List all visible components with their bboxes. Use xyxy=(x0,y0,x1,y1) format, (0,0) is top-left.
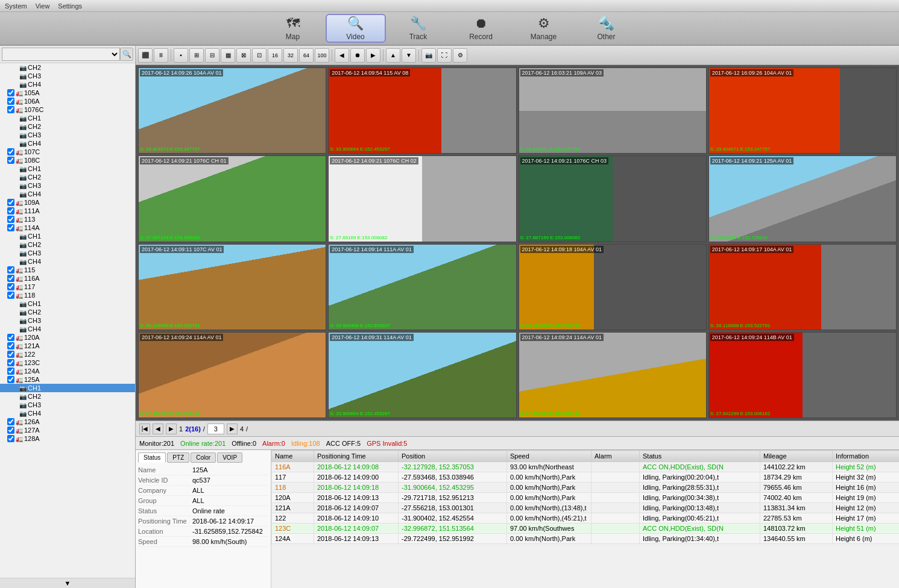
tree-check-118[interactable] xyxy=(7,292,14,299)
info-tab-ptz[interactable]: PTZ xyxy=(167,452,189,463)
tree-check-111a[interactable] xyxy=(7,207,14,214)
tree-item-128a[interactable]: 🚛128A xyxy=(0,434,135,443)
video-cell-11[interactable]: 2017-06-12 14:09:18 104A AV 01S: 28.1160… xyxy=(519,244,707,330)
tree-item-120a[interactable]: 🚛120A xyxy=(0,333,135,342)
prev-page-btn[interactable]: ◀ xyxy=(335,48,349,63)
tree-item-114a-ch4[interactable]: 📷CH4 xyxy=(0,257,135,266)
tree-item-114a[interactable]: 🚛114A xyxy=(0,224,135,232)
video-cell-9[interactable]: 2017-06-12 14:09:11 107C AV 01S: 28.1160… xyxy=(138,244,326,330)
table-row[interactable]: 116A2018-06-12 14:09:08-32.127928, 152.3… xyxy=(272,462,900,472)
scroll-arrow-down[interactable]: ▼ xyxy=(0,578,135,588)
video-cell-7[interactable]: 2017-06-12 14:09:21 1076C CH 03S: 27.687… xyxy=(519,155,707,242)
tree-item-1076c-ch1[interactable]: 📷CH1 xyxy=(0,114,135,122)
layout-4[interactable]: ⊞ xyxy=(189,48,204,63)
layout-6[interactable]: ⊟ xyxy=(205,48,219,63)
tree-item-113[interactable]: 🚛113 xyxy=(0,215,135,224)
tree-item-108c-ch1[interactable]: 📷CH1 xyxy=(0,164,135,173)
video-cell-5[interactable]: 2017-06-12 14:09:21 1076C CH 01S: 27.687… xyxy=(138,155,326,242)
tree-check-107c[interactable] xyxy=(7,148,14,155)
tree-item-124a[interactable]: 🚛124A xyxy=(0,367,135,375)
tree-check-128a[interactable] xyxy=(7,435,14,442)
tree-check-108c[interactable] xyxy=(7,157,14,164)
page-next-btn[interactable]: ▶ xyxy=(166,424,177,434)
th-status[interactable]: Status xyxy=(640,451,760,462)
th-name[interactable]: Name xyxy=(272,451,314,462)
tree-check-109a[interactable] xyxy=(7,199,14,206)
video-cell-13[interactable]: 2017-06-12 14:09:24 114A AV 01S: 27.6422… xyxy=(138,332,326,418)
tree-check-105a[interactable] xyxy=(7,89,14,96)
tree-item-108c-ch2[interactable]: 📷CH2 xyxy=(0,173,135,181)
tree-item-125a[interactable]: 🚛125A xyxy=(0,375,135,384)
tree-item-117[interactable]: 🚛117 xyxy=(0,283,135,291)
tree-item-1076c-ch4[interactable]: 📷CH4 xyxy=(0,139,135,148)
tree-item-105a[interactable]: 🚛105A xyxy=(0,89,135,97)
tree-check-114a[interactable] xyxy=(7,224,14,231)
info-tab-voip[interactable]: VOIP xyxy=(217,452,242,463)
tree-check-123c[interactable] xyxy=(7,359,14,366)
table-row[interactable]: 124A2018-06-12 14:09:13-29.722499, 152.9… xyxy=(272,534,900,544)
tree-check-116a[interactable] xyxy=(7,275,14,282)
tab-track[interactable]: 🔧 Track xyxy=(388,14,449,43)
tree-item-ch2[interactable]: 📷CH2 xyxy=(0,63,135,72)
settings-btn[interactable]: ⚙ xyxy=(453,48,467,63)
menu-system[interactable]: System xyxy=(5,2,27,10)
menu-settings[interactable]: Settings xyxy=(58,2,82,10)
video-cell-3[interactable]: 2017-06-12 16:03:21 109A AV 03S: 29.4240… xyxy=(519,67,707,154)
tree-check-125a[interactable] xyxy=(7,376,14,383)
table-row[interactable]: 123C2018-06-12 14:09:07-32.996872, 151.5… xyxy=(272,524,900,534)
layout-16[interactable]: ⊡ xyxy=(252,48,267,63)
tree-item-106a[interactable]: 🚛106A xyxy=(0,97,135,105)
tree-item-108c-ch3[interactable]: 📷CH3 xyxy=(0,181,135,190)
tree-item-116a[interactable]: 🚛116A xyxy=(0,274,135,283)
video-cell-14[interactable]: 2017-06-12 14:09:31 114A AV 01S: 33.9006… xyxy=(328,332,516,418)
th-alarm[interactable]: Alarm xyxy=(591,451,640,462)
layout-9[interactable]: ⊠ xyxy=(236,48,251,63)
layout-btn4[interactable]: 64 xyxy=(299,48,314,63)
tree-item-125a-ch2[interactable]: 📷CH2 xyxy=(0,392,135,401)
stop-btn[interactable]: ⬛ xyxy=(138,48,153,63)
tree-item-111a[interactable]: 🚛111A xyxy=(0,207,135,215)
tab-video[interactable]: 🔍 Video xyxy=(326,14,386,43)
table-row[interactable]: 121A2018-06-12 14:09:07-27.556218, 153.0… xyxy=(272,503,900,513)
tree-check-124a[interactable] xyxy=(7,367,14,375)
tree-check-117[interactable] xyxy=(7,283,14,290)
th-speed[interactable]: Speed xyxy=(507,451,591,462)
tree-item-126a[interactable]: 🚛126A xyxy=(0,418,135,426)
video-cell-4[interactable]: 2017-06-12 16:09:26 104A AV 01S: 29.4240… xyxy=(708,67,897,154)
tab-other[interactable]: 🔩 Other xyxy=(576,14,637,43)
tree-item-125a-ch3[interactable]: 📷CH3 xyxy=(0,401,135,409)
tree-item-1076c-ch3[interactable]: 📷CH3 xyxy=(0,131,135,139)
tree-item-118-ch2[interactable]: 📷CH2 xyxy=(0,308,135,316)
tree-check-113[interactable] xyxy=(7,216,14,223)
video-cell-15[interactable]: 2017-06-12 14:09:24 114A AV 01S: 27.6422… xyxy=(519,332,707,418)
page-jump-input[interactable] xyxy=(207,424,224,434)
page-jump-btn[interactable]: ▶ xyxy=(227,424,238,434)
table-row[interactable]: 1222018-06-12 14:09:10-31.900402, 152.45… xyxy=(272,513,900,524)
tree-item-127a[interactable]: 🚛127A xyxy=(0,426,135,434)
video-cell-6[interactable]: 2017-06-12 14:09:21 1076C CH 02S: 27.691… xyxy=(328,155,516,242)
th-positioning-time[interactable]: Positioning Time xyxy=(314,451,399,462)
tree-item-ch3[interactable]: 📷CH3 xyxy=(0,72,135,80)
tree-item-118[interactable]: 🚛118 xyxy=(0,291,135,299)
layout-btn2[interactable]: 16 xyxy=(268,48,282,63)
sidebar-filter-select[interactable] xyxy=(2,48,120,61)
page-prev-btn[interactable]: ◀ xyxy=(153,424,163,434)
menu-view[interactable]: View xyxy=(36,2,50,10)
tree-item-114a-ch1[interactable]: 📷CH1 xyxy=(0,232,135,240)
tab-record[interactable]: ⏺ Record xyxy=(451,14,511,43)
tree-item-122[interactable]: 🚛122 xyxy=(0,350,135,358)
tree-item-114a-ch3[interactable]: 📷CH3 xyxy=(0,249,135,257)
tree-check-115[interactable] xyxy=(7,266,14,274)
video-cell-2[interactable]: 2017-06-12 14:09:54 115 AV 08S: 33.90066… xyxy=(328,67,516,154)
tree-item-121a[interactable]: 🚛121A xyxy=(0,342,135,350)
tree-item-108c-ch4[interactable]: 📷CH4 xyxy=(0,190,135,198)
tab-manage[interactable]: ⚙ Manage xyxy=(514,14,574,43)
layout-1[interactable]: ▪ xyxy=(174,48,188,63)
tree-check-122[interactable] xyxy=(7,351,14,358)
layout-btn5[interactable]: 100 xyxy=(315,48,329,63)
tree-item-1076c[interactable]: 🚛1076C xyxy=(0,105,135,114)
video-cell-1[interactable]: 2017-06-12 14:09:26 104A AV 01S: 29.4240… xyxy=(138,67,326,154)
tree-check-121a[interactable] xyxy=(7,342,14,349)
tree-item-125a-ch4[interactable]: 📷CH4 xyxy=(0,409,135,418)
th-mileage[interactable]: Mileage xyxy=(760,451,833,462)
